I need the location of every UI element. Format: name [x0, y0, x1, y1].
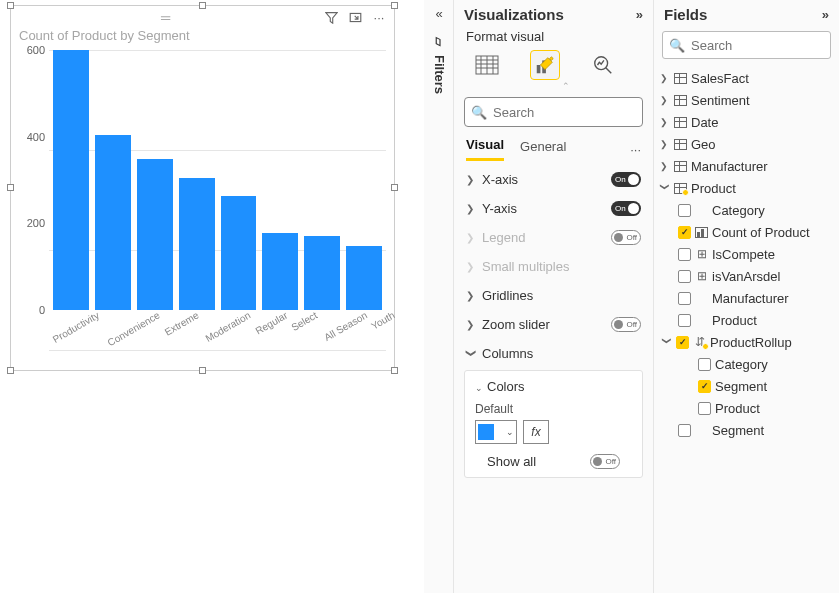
- prop-gridlines[interactable]: ❯ Gridlines: [454, 281, 653, 310]
- bar[interactable]: [53, 50, 89, 310]
- analytics-icon[interactable]: [588, 50, 618, 80]
- field-count-of-product[interactable]: Count of Product: [658, 221, 835, 243]
- field-manufacturer[interactable]: Manufacturer: [658, 287, 835, 309]
- filters-tab[interactable]: ▱ Filters: [432, 35, 447, 94]
- collapse-pane-icon[interactable]: »: [636, 7, 643, 22]
- toggle-y-axis[interactable]: On: [611, 201, 641, 216]
- prop-zoom-slider[interactable]: ❯ Zoom slider Off: [454, 310, 653, 339]
- y-tick: 600: [27, 44, 45, 56]
- filter-icon: ▱: [432, 35, 446, 49]
- resize-handle[interactable]: [199, 367, 206, 374]
- toggle-zoom[interactable]: Off: [611, 317, 641, 332]
- checkbox[interactable]: [678, 270, 691, 283]
- bar[interactable]: [346, 246, 382, 310]
- prop-y-axis[interactable]: ❯ Y-axis On: [454, 194, 653, 223]
- filters-tab-label: Filters: [432, 55, 447, 94]
- viz-search-field[interactable]: [493, 105, 661, 120]
- chevron-down-icon: ❯: [662, 337, 672, 347]
- resize-handle[interactable]: [391, 2, 398, 9]
- resize-handle[interactable]: [7, 2, 14, 9]
- field-iscompete[interactable]: ⊞IsCompete: [658, 243, 835, 265]
- table-product[interactable]: ❯Product: [658, 177, 835, 199]
- table-date[interactable]: ❯Date: [658, 111, 835, 133]
- table-sentiment[interactable]: ❯Sentiment: [658, 89, 835, 111]
- toggle-x-axis[interactable]: On: [611, 172, 641, 187]
- tab-more-icon[interactable]: ···: [630, 142, 641, 157]
- checkbox[interactable]: [678, 314, 691, 327]
- field-isvanarsdel[interactable]: ⊞isVanArsdel: [658, 265, 835, 287]
- field-rollup-category[interactable]: Category: [658, 353, 835, 375]
- visual-container[interactable]: ═ ··· Count of Product by Segment 600 40…: [10, 5, 395, 371]
- chevron-down-icon[interactable]: ⌄: [475, 383, 483, 393]
- x-label: Youth: [369, 309, 413, 357]
- field-category[interactable]: Category: [658, 199, 835, 221]
- collapsed-filters-pane[interactable]: « ▱ Filters: [425, 0, 453, 593]
- report-canvas[interactable]: ═ ··· Count of Product by Segment 600 40…: [0, 0, 424, 593]
- y-tick: 400: [27, 131, 45, 143]
- table-icon: [674, 95, 687, 106]
- bar[interactable]: [179, 178, 215, 310]
- bar[interactable]: [137, 159, 173, 310]
- checkbox-checked[interactable]: [698, 380, 711, 393]
- more-options-icon[interactable]: ···: [372, 10, 386, 24]
- expand-pane-icon[interactable]: «: [435, 6, 442, 21]
- table-icon: [674, 139, 687, 150]
- format-visual-label: Format visual: [454, 29, 653, 50]
- dropdown-icon: ⌄: [506, 427, 514, 437]
- prop-x-axis[interactable]: ❯ X-axis On: [454, 165, 653, 194]
- prop-columns[interactable]: ❯ Columns: [454, 339, 653, 368]
- x-label: Moderation: [204, 309, 269, 370]
- hierarchy-productrollup[interactable]: ❯⇵ProductRollup: [658, 331, 835, 353]
- focus-mode-icon[interactable]: [348, 10, 362, 24]
- checkbox-checked[interactable]: [676, 336, 689, 349]
- chevron-right-icon: ❯: [660, 95, 670, 105]
- chart-plot-area: 600 400 200 0 ProductivityConvenienceExt…: [19, 50, 386, 350]
- prop-small-multiples[interactable]: ❯ Small multiples: [454, 252, 653, 281]
- checkbox[interactable]: [698, 358, 711, 371]
- checkbox[interactable]: [678, 248, 691, 261]
- checkbox[interactable]: [678, 204, 691, 217]
- field-product[interactable]: Product: [658, 309, 835, 331]
- toggle-legend[interactable]: Off: [611, 230, 641, 245]
- viz-search-input[interactable]: 🔍: [464, 97, 643, 127]
- collapse-pane-icon[interactable]: »: [822, 7, 829, 22]
- checkbox[interactable]: [678, 292, 691, 305]
- chevron-right-icon: ❯: [466, 203, 476, 214]
- resize-handle[interactable]: [391, 367, 398, 374]
- prop-legend[interactable]: ❯ Legend Off: [454, 223, 653, 252]
- chevron-right-icon: ❯: [660, 161, 670, 171]
- resize-handle[interactable]: [7, 367, 14, 374]
- colors-card: ⌄Colors Default ⌄ fx Show all Off: [464, 370, 643, 478]
- chevron-right-icon: ❯: [660, 73, 670, 83]
- color-picker[interactable]: ⌄: [475, 420, 517, 444]
- y-axis: 600 400 200 0: [19, 50, 49, 310]
- calc-column-icon: ⊞: [695, 247, 708, 261]
- filter-icon[interactable]: [324, 10, 338, 24]
- checkbox[interactable]: [698, 402, 711, 415]
- drag-handle-icon[interactable]: ═: [161, 10, 172, 25]
- tab-visual[interactable]: Visual: [466, 137, 504, 161]
- bar[interactable]: [304, 236, 340, 310]
- bar[interactable]: [262, 233, 298, 310]
- resize-handle[interactable]: [199, 2, 206, 9]
- field-rollup-product[interactable]: Product: [658, 397, 835, 419]
- resize-handle[interactable]: [7, 184, 14, 191]
- table-geo[interactable]: ❯Geo: [658, 133, 835, 155]
- fields-search-input[interactable]: 🔍: [662, 31, 831, 59]
- build-visual-icon[interactable]: [472, 50, 502, 80]
- bar[interactable]: [95, 135, 131, 311]
- resize-handle[interactable]: [391, 184, 398, 191]
- field-rollup-segment[interactable]: Segment: [658, 375, 835, 397]
- tab-general[interactable]: General: [520, 139, 566, 160]
- fx-button[interactable]: fx: [523, 420, 549, 444]
- checkbox-checked[interactable]: [678, 226, 691, 239]
- fields-search-field[interactable]: [691, 38, 839, 53]
- toggle-show-all[interactable]: Off: [590, 454, 620, 469]
- bar[interactable]: [221, 196, 257, 310]
- table-salesfact[interactable]: ❯SalesFact: [658, 67, 835, 89]
- table-manufacturer[interactable]: ❯Manufacturer: [658, 155, 835, 177]
- field-segment[interactable]: Segment: [658, 419, 835, 441]
- checkbox[interactable]: [678, 424, 691, 437]
- format-visual-icon[interactable]: [530, 50, 560, 80]
- color-swatch-icon: [478, 424, 494, 440]
